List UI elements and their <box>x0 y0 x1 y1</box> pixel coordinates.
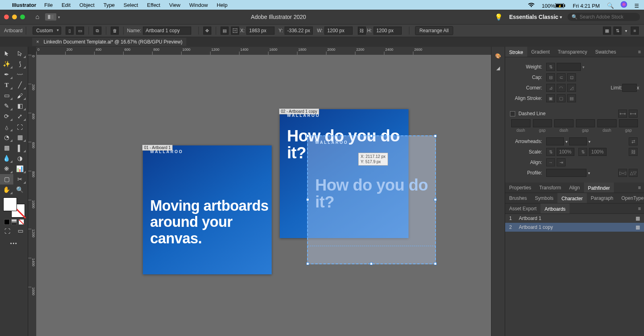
resize-handle[interactable] <box>370 135 373 137</box>
lasso-tool[interactable]: ⟆ <box>13 59 27 69</box>
screen-mode-icon[interactable]: ⛶ <box>1 226 14 236</box>
limit-input[interactable] <box>622 84 637 92</box>
document-tab[interactable]: × LinkedIn Document Template.ai* @ 16.67… <box>32 38 186 46</box>
home-icon[interactable]: ⌂ <box>35 13 39 21</box>
menu-file[interactable]: File <box>44 2 53 8</box>
workspace-switcher[interactable]: Essentials Classic ▾ <box>509 14 562 20</box>
control-center-icon[interactable]: ☰ <box>634 3 639 9</box>
stepper-icon[interactable]: ⇅ <box>546 148 555 156</box>
menu-object[interactable]: Object <box>79 2 95 8</box>
new-artboard-icon[interactable]: ⧉ <box>93 27 101 35</box>
curvature-tool[interactable]: 〰 <box>13 69 27 80</box>
dash-input[interactable] <box>511 119 530 127</box>
artboard-options-icon[interactable]: ▦ <box>636 224 640 230</box>
weight-input[interactable] <box>557 63 581 71</box>
panel-menu-icon[interactable]: ≡ <box>635 49 644 55</box>
symbol-sprayer-tool[interactable]: ❋ <box>0 164 13 174</box>
shaper-tool[interactable]: ✎ <box>0 101 13 111</box>
scale-tool[interactable]: ⤢ <box>13 111 27 122</box>
menu-help[interactable]: Help <box>217 2 227 8</box>
reference-point-icon[interactable] <box>231 27 239 35</box>
w-field[interactable]: 1200 px <box>324 27 353 35</box>
fill-stroke-swatches[interactable] <box>3 197 25 218</box>
tab-paragraph[interactable]: Paragraph <box>587 193 617 203</box>
tab-gradient[interactable]: Gradient <box>527 47 554 57</box>
align-stroke-center-icon[interactable]: ▣ <box>546 94 555 102</box>
color-panel-icon[interactable]: 🎨 <box>493 51 504 61</box>
paintbrush-tool[interactable]: 🖌 <box>13 90 27 101</box>
artboard-tool[interactable]: ▢ <box>0 174 13 185</box>
corner-bevel-icon[interactable]: ◿ <box>567 84 576 92</box>
artboard-options-icon[interactable]: ▦ <box>636 216 640 221</box>
lightbulb-icon[interactable]: 💡 <box>495 13 503 21</box>
arrow-align-extend-icon[interactable]: → <box>546 158 555 166</box>
panel-menu-icon[interactable]: ≡ <box>631 27 639 35</box>
chevron-down-icon[interactable]: ▾ <box>566 139 568 144</box>
flip-along-icon[interactable]: ▷◁ <box>618 169 627 177</box>
color-guide-icon[interactable]: ◢ <box>493 63 504 73</box>
dashed-line-checkbox[interactable] <box>510 111 515 116</box>
graph-tool[interactable]: 📊 <box>13 164 27 174</box>
menu-edit[interactable]: Edit <box>62 2 70 8</box>
cap-butt-icon[interactable]: ⊟ <box>546 73 555 81</box>
app-name[interactable]: Illustrator <box>12 2 36 8</box>
artboard-row[interactable]: 1 Artboard 1 ▦ <box>505 214 644 223</box>
ruler-vertical[interactable]: 02004006008001000120014001600 <box>28 55 36 336</box>
cap-round-icon[interactable]: ⊂ <box>557 73 566 81</box>
ruler-horizontal[interactable]: 0200400600800100012001400160018002000220… <box>36 47 491 55</box>
menu-select[interactable]: Select <box>124 2 138 8</box>
perspective-tool[interactable]: ▦ <box>13 132 27 143</box>
chevron-down-icon[interactable]: ▾ <box>58 15 60 19</box>
tab-asset-export[interactable]: Asset Export <box>505 203 541 214</box>
tab-opentype[interactable]: OpenType <box>617 193 644 203</box>
resize-handle[interactable] <box>370 262 373 265</box>
resize-handle[interactable] <box>306 262 309 265</box>
close-tab-icon[interactable]: × <box>36 39 39 45</box>
window-minimize-button[interactable] <box>12 15 17 19</box>
clock[interactable]: Fri 4:21 PM <box>573 3 600 9</box>
dash-align-icon[interactable]: ⟷ <box>629 110 638 118</box>
ruler-origin[interactable] <box>28 47 36 55</box>
canvas[interactable]: 0200400600800100012001400160018002000220… <box>28 47 491 336</box>
chevron-down-icon[interactable]: ▾ <box>588 139 590 144</box>
h-field[interactable]: 1200 px <box>374 27 402 35</box>
align-icon[interactable]: ▦ <box>603 27 611 35</box>
gap-input[interactable] <box>619 119 638 127</box>
menu-window[interactable]: Window <box>189 2 208 8</box>
gap-input[interactable] <box>576 119 595 127</box>
tab-character[interactable]: Character <box>557 193 587 203</box>
arrange-icon[interactable]: ⇅ <box>613 27 621 35</box>
stepper-icon[interactable]: ⇅ <box>546 63 555 71</box>
hand-tool[interactable]: ✋ <box>0 185 13 195</box>
zoom-tool[interactable]: 🔍 <box>13 185 27 195</box>
edit-toolbar-icon[interactable]: ••• <box>0 241 28 247</box>
scale-start-input[interactable]: 100% <box>557 148 574 156</box>
wifi-icon[interactable] <box>528 3 535 8</box>
gradient-tool[interactable]: ▌ <box>13 143 27 153</box>
arrange-documents-icon[interactable] <box>45 13 56 21</box>
change-screen-icon[interactable]: ▭ <box>14 226 27 236</box>
tab-symbols[interactable]: Symbols <box>531 193 557 203</box>
resize-handle[interactable] <box>434 135 437 137</box>
chevron-down-icon[interactable]: ▾ <box>625 29 627 33</box>
scale-end-input[interactable]: 100% <box>589 148 607 156</box>
blend-tool[interactable]: ◑ <box>13 153 27 164</box>
resize-handle[interactable] <box>434 262 437 265</box>
color-mode-icon[interactable] <box>4 219 10 225</box>
siri-icon[interactable] <box>621 1 627 8</box>
arrowhead-end-input[interactable] <box>569 137 587 145</box>
profile-input[interactable] <box>546 169 586 177</box>
direct-selection-tool[interactable] <box>13 48 27 59</box>
window-maximize-button[interactable] <box>20 15 25 19</box>
width-tool[interactable]: ⍙ <box>0 122 13 132</box>
eraser-tool[interactable]: ◧ <box>13 101 27 111</box>
spotlight-icon[interactable]: 🔍 <box>607 2 614 9</box>
search-stock-input[interactable] <box>580 14 636 20</box>
tab-transparency[interactable]: Transparency <box>554 47 591 57</box>
tab-swatches[interactable]: Swatches <box>591 47 620 57</box>
chevron-down-icon[interactable]: ▾ <box>582 65 584 69</box>
tab-pathfinder[interactable]: Pathfinder <box>584 183 614 193</box>
window-close-button[interactable] <box>4 15 9 19</box>
resize-handle[interactable] <box>306 198 309 201</box>
line-tool[interactable]: ╱ <box>13 80 27 90</box>
